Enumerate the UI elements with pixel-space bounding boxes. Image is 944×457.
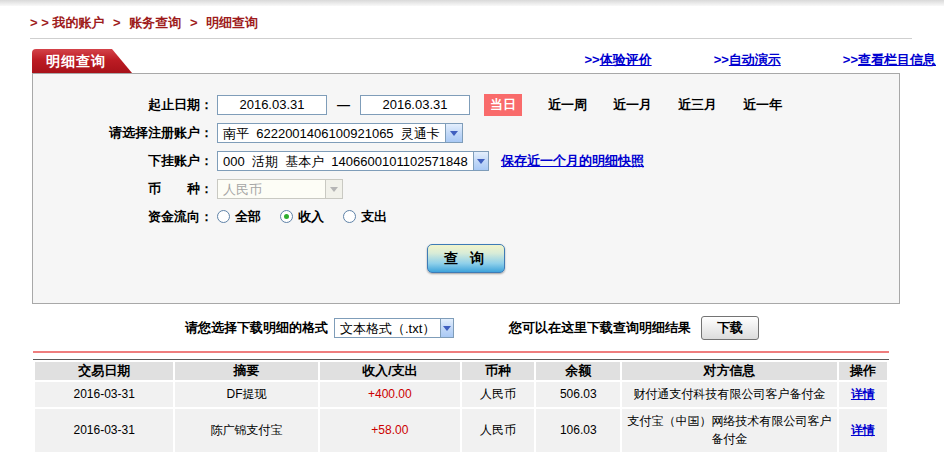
chevron-down-icon xyxy=(443,326,451,335)
sub-account-label: 下挂账户： xyxy=(33,152,213,170)
fund-flow-option-expense[interactable]: 支出 xyxy=(343,208,387,226)
breadcrumb-item-my-account[interactable]: 我的账户 xyxy=(52,15,104,30)
detail-link[interactable]: 详情 xyxy=(851,387,875,401)
currency-value: 人民币 xyxy=(218,180,267,198)
link-label: 体验评价 xyxy=(600,52,652,67)
table-red-divider xyxy=(33,351,889,353)
download-format-select[interactable]: 文本格式（.txt） xyxy=(334,318,454,338)
link-arrows: >> xyxy=(714,52,729,67)
link-arrows: >> xyxy=(584,52,599,67)
download-format-dropdown-button[interactable] xyxy=(440,319,453,337)
download-button[interactable]: 下载 xyxy=(701,316,759,340)
fund-flow-label: 资金流向： xyxy=(33,208,213,226)
register-account-label: 请选择注册账户： xyxy=(33,124,213,142)
breadcrumb-item-detail-query[interactable]: 明细查询 xyxy=(206,15,258,30)
breadcrumb-item-account-query[interactable]: 账务查询 xyxy=(129,15,181,30)
cell-currency: 人民币 xyxy=(462,382,534,407)
quick-range-quarter[interactable]: 近三月 xyxy=(678,96,717,114)
col-header-currency: 币种 xyxy=(462,362,534,380)
table-row: 2016-03-31 陈广锦支付宝 +58.00 人民币 106.03 支付宝（… xyxy=(35,409,887,452)
sub-account-value: 000 活期 基本户 1406600101102571848 xyxy=(218,152,473,170)
fund-flow-option-label: 支出 xyxy=(361,208,387,226)
breadcrumb-divider xyxy=(30,38,912,39)
col-header-counterparty: 对方信息 xyxy=(622,362,837,380)
tab-detail-query: 明细查询 xyxy=(32,49,132,73)
sub-account-row: 下挂账户： 000 活期 基本户 1406600101102571848 保存近… xyxy=(33,150,899,171)
cell-counterparty: 支付宝（中国）网络技术有限公司客户备付金 xyxy=(622,409,837,452)
fund-flow-option-income[interactable]: 收入 xyxy=(280,208,324,226)
register-account-dropdown-button[interactable] xyxy=(445,124,462,142)
currency-row: 币 种： 人民币 xyxy=(33,178,899,199)
link-label: 自动演示 xyxy=(729,52,781,67)
link-experience-rating[interactable]: >>体验评价 xyxy=(584,51,651,69)
register-account-select[interactable]: 南平 6222001406100921065 灵通卡 xyxy=(217,123,463,143)
breadcrumb-prefix: > > xyxy=(30,15,49,30)
cell-summary: 陈广锦支付宝 xyxy=(175,409,317,452)
cell-counterparty: 财付通支付科技有限公司客户备付金 xyxy=(622,382,837,407)
sub-account-dropdown-button[interactable] xyxy=(473,152,488,170)
currency-label: 币 种： xyxy=(33,180,213,198)
download-format-value: 文本格式（.txt） xyxy=(335,319,440,337)
quick-range-week[interactable]: 近一周 xyxy=(548,96,587,114)
fund-flow-option-label: 全部 xyxy=(235,208,261,226)
page-top-strip xyxy=(0,0,944,6)
breadcrumb-separator: > xyxy=(113,15,121,30)
breadcrumb-separator: > xyxy=(190,15,198,30)
currency-controls: 人民币 xyxy=(217,179,343,199)
download-row: 请您选择下载明细的格式 文本格式（.txt） 您可以在这里下载查询明细结果 下载 xyxy=(185,316,944,340)
register-account-value: 南平 6222001406100921065 灵通卡 xyxy=(218,124,445,142)
col-header-amount: 收入/支出 xyxy=(320,362,460,380)
chevron-down-icon xyxy=(330,187,338,196)
save-monthly-snapshot-link[interactable]: 保存近一个月的明细快照 xyxy=(501,152,644,170)
currency-select: 人民币 xyxy=(217,179,343,199)
date-range-label: 起止日期： xyxy=(33,96,213,114)
query-button[interactable]: 查 询 xyxy=(427,244,505,273)
cell-action: 详情 xyxy=(839,409,887,452)
date-dash: — xyxy=(337,97,350,112)
combo-spacer xyxy=(267,180,325,198)
radio-checked-icon[interactable] xyxy=(280,210,293,223)
fund-flow-row: 资金流向： 全部 收入 支出 xyxy=(33,206,899,227)
fund-flow-controls: 全部 收入 支出 xyxy=(217,208,406,226)
radio-unchecked-icon[interactable] xyxy=(217,210,230,223)
chevron-down-icon xyxy=(450,131,458,140)
cell-amount: +400.00 xyxy=(320,382,460,407)
chevron-down-icon xyxy=(477,159,485,168)
transactions-table-body: 2016-03-31 DF提现 +400.00 人民币 506.03 财付通支付… xyxy=(35,382,887,452)
transactions-table: 交易日期 摘要 收入/支出 币种 余额 对方信息 操作 2016-03-31 D… xyxy=(33,360,889,454)
table-header-row: 交易日期 摘要 收入/支出 币种 余额 对方信息 操作 xyxy=(35,362,887,380)
fund-flow-option-all[interactable]: 全部 xyxy=(217,208,261,226)
section-header: 明细查询 >>体验评价 >>自动演示 >>查看栏目信息 xyxy=(32,49,936,73)
cell-amount: +58.00 xyxy=(320,409,460,452)
register-account-row: 请选择注册账户： 南平 6222001406100921065 灵通卡 xyxy=(33,122,899,143)
quick-range-today[interactable]: 当日 xyxy=(484,94,522,116)
register-account-controls: 南平 6222001406100921065 灵通卡 xyxy=(217,123,463,143)
transactions-table-header: 交易日期 摘要 收入/支出 币种 余额 对方信息 操作 xyxy=(35,362,887,380)
quick-range-month[interactable]: 近一月 xyxy=(613,96,652,114)
link-view-column-info[interactable]: >>查看栏目信息 xyxy=(843,51,936,69)
radio-unchecked-icon[interactable] xyxy=(343,210,356,223)
header-links: >>体验评价 >>自动演示 >>查看栏目信息 xyxy=(584,51,936,73)
sub-account-controls: 000 活期 基本户 1406600101102571848 保存近一个月的明细… xyxy=(217,151,644,171)
cell-date: 2016-03-31 xyxy=(35,382,173,407)
download-hint: 您可以在这里下载查询明细结果 xyxy=(509,319,691,337)
date-range-row: 起止日期： — 当日 近一周 近一月 近三月 近一年 xyxy=(33,94,899,115)
col-header-balance: 余额 xyxy=(536,362,620,380)
currency-dropdown-button xyxy=(325,180,342,198)
detail-link[interactable]: 详情 xyxy=(851,423,875,437)
col-header-action: 操作 xyxy=(839,362,887,380)
cell-date: 2016-03-31 xyxy=(35,409,173,452)
query-form-panel: 起止日期： — 当日 近一周 近一月 近三月 近一年 请选择注册账户： 南平 6… xyxy=(32,73,900,304)
table-row: 2016-03-31 DF提现 +400.00 人民币 506.03 财付通支付… xyxy=(35,382,887,407)
fund-flow-option-label: 收入 xyxy=(298,208,324,226)
breadcrumb: > > 我的账户 > 账务查询 > 明细查询 xyxy=(30,14,944,32)
query-button-row: 查 询 xyxy=(33,244,899,273)
link-label: 查看栏目信息 xyxy=(858,52,936,67)
start-date-input[interactable] xyxy=(217,95,327,115)
cell-currency: 人民币 xyxy=(462,409,534,452)
col-header-summary: 摘要 xyxy=(175,362,317,380)
sub-account-select[interactable]: 000 活期 基本户 1406600101102571848 xyxy=(217,151,489,171)
quick-range-year[interactable]: 近一年 xyxy=(743,96,782,114)
end-date-input[interactable] xyxy=(360,95,470,115)
link-auto-demo[interactable]: >>自动演示 xyxy=(714,51,781,69)
